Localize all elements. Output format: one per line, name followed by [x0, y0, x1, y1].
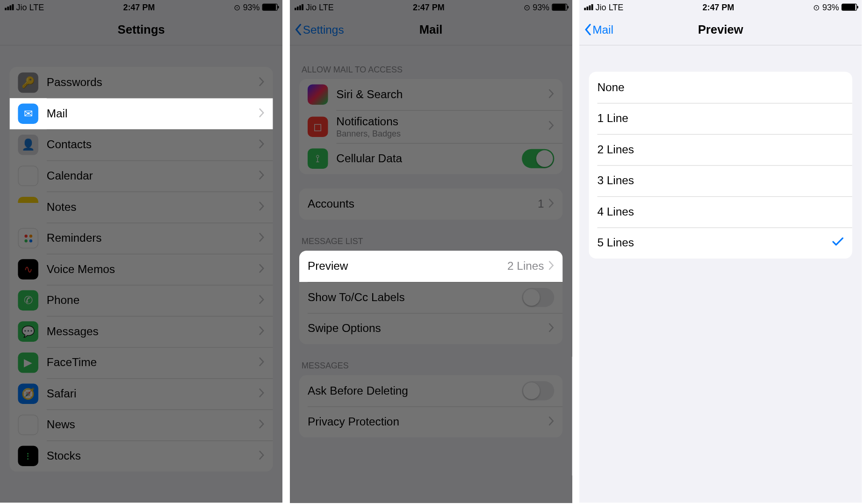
- ask-delete-toggle[interactable]: [522, 381, 554, 400]
- carrier-label: Jio: [16, 2, 27, 12]
- row-label: Notes: [47, 201, 259, 214]
- status-time: 2:47 PM: [123, 2, 155, 12]
- settings-row-voice-memos[interactable]: ∿ Voice Memos: [9, 254, 273, 285]
- network-label: LTE: [319, 2, 334, 12]
- nav-bar: Settings: [0, 14, 282, 46]
- chevron-right-icon: [259, 419, 265, 431]
- tocc-toggle[interactable]: [522, 288, 554, 307]
- back-label: Settings: [303, 23, 344, 36]
- preview-option-4-lines[interactable]: 4 Lines: [589, 196, 852, 228]
- row-label: Cellular Data: [336, 152, 522, 165]
- row-label: Voice Memos: [47, 263, 259, 276]
- facetime-icon: ▶: [18, 353, 38, 373]
- row-label: Mail: [47, 107, 259, 120]
- row-label: Stocks: [47, 449, 259, 462]
- battery-pct: 93%: [822, 2, 839, 12]
- nav-bar: Mail Preview: [579, 14, 862, 46]
- option-label: 3 Lines: [597, 174, 843, 187]
- chevron-right-icon: [259, 295, 265, 306]
- option-label: None: [597, 81, 843, 94]
- news-icon: N: [18, 415, 38, 435]
- signal-icon: [584, 4, 593, 10]
- status-time: 2:47 PM: [413, 2, 445, 12]
- alarm-icon: ⊙: [813, 3, 820, 12]
- mail-row-cellular[interactable]: ⟟ Cellular Data: [299, 143, 562, 174]
- settings-row-contacts[interactable]: 👤 Contacts: [9, 129, 273, 160]
- signal-icon: [5, 4, 14, 10]
- notifications-icon: ◻: [308, 116, 328, 137]
- chevron-right-icon: [259, 170, 265, 181]
- preview-option-none[interactable]: None: [589, 72, 852, 103]
- settings-row-reminders[interactable]: Reminders: [9, 223, 273, 254]
- row-label: Notifications: [336, 115, 548, 128]
- page-title: Mail: [419, 23, 443, 36]
- chevron-right-icon: [259, 264, 265, 275]
- network-label: LTE: [29, 2, 44, 12]
- back-button[interactable]: Settings: [295, 23, 344, 36]
- settings-row-stocks[interactable]: ⫶ Stocks: [9, 440, 273, 472]
- chevron-right-icon: [549, 198, 555, 209]
- row-label: Passwords: [47, 76, 259, 89]
- accounts-count: 1: [538, 197, 544, 210]
- row-label: Calendar: [47, 169, 259, 182]
- row-label: Reminders: [47, 231, 259, 245]
- settings-row-phone[interactable]: ✆ Phone: [9, 285, 273, 316]
- preview-option-3-lines[interactable]: 3 Lines: [589, 165, 852, 196]
- row-label: Preview: [308, 260, 507, 273]
- preview-option-1-line[interactable]: 1 Line: [589, 103, 852, 134]
- mail-row-notifications[interactable]: ◻ Notifications Banners, Badges: [299, 110, 562, 143]
- mail-row-siri[interactable]: Siri & Search: [299, 79, 562, 110]
- alarm-icon: ⊙: [234, 3, 240, 12]
- row-label: News: [47, 418, 259, 432]
- section-header-allow: ALLOW MAIL TO ACCESS: [290, 48, 572, 79]
- mail-row-preview[interactable]: Preview 2 Lines: [299, 251, 562, 282]
- settings-row-passwords[interactable]: 🔑 Passwords: [9, 67, 273, 98]
- stocks-icon: ⫶: [18, 446, 38, 467]
- carrier-label: Jio: [306, 2, 317, 12]
- option-label: 1 Line: [597, 112, 843, 125]
- cellular-toggle[interactable]: [522, 149, 554, 168]
- mail-row-ask-delete[interactable]: Ask Before Deleting: [299, 375, 562, 407]
- chevron-left-icon: [584, 24, 591, 36]
- mail-row-show-tocc[interactable]: Show To/Cc Labels: [299, 282, 562, 313]
- settings-row-notes[interactable]: Notes: [9, 192, 273, 223]
- settings-row-safari[interactable]: 🧭 Safari: [9, 378, 273, 410]
- chevron-right-icon: [259, 326, 265, 337]
- option-label: 2 Lines: [597, 143, 843, 156]
- mail-row-privacy[interactable]: Privacy Protection: [299, 406, 562, 438]
- settings-row-mail[interactable]: ✉︎ Mail: [9, 98, 273, 130]
- mail-row-swipe-options[interactable]: Swipe Options: [299, 313, 562, 344]
- status-bar: Jio LTE 2:47 PM ⊙ 93%: [0, 0, 282, 14]
- row-label: Ask Before Deleting: [308, 384, 522, 397]
- preview-value: 2 Lines: [507, 260, 544, 273]
- settings-row-facetime[interactable]: ▶ FaceTime: [9, 347, 273, 378]
- chevron-right-icon: [259, 139, 265, 151]
- settings-row-calendar[interactable]: ▬⋯ Calendar: [9, 160, 273, 192]
- row-label: Swipe Options: [308, 322, 549, 335]
- settings-row-news[interactable]: N News: [9, 410, 273, 441]
- preview-option-5-lines[interactable]: 5 Lines: [589, 227, 852, 259]
- calendar-icon: ▬⋯: [18, 166, 38, 187]
- row-label: Accounts: [308, 197, 538, 210]
- settings-row-messages[interactable]: 💬 Messages: [9, 316, 273, 347]
- signal-icon: [295, 4, 303, 10]
- row-label: Privacy Protection: [308, 415, 549, 428]
- preview-option-2-lines[interactable]: 2 Lines: [589, 134, 852, 166]
- row-label: Contacts: [47, 138, 259, 151]
- page-title: Preview: [698, 23, 743, 36]
- chevron-right-icon: [259, 108, 265, 119]
- chevron-right-icon: [549, 121, 555, 132]
- alarm-icon: ⊙: [524, 3, 530, 12]
- row-label: Siri & Search: [336, 88, 548, 101]
- status-time: 2:47 PM: [702, 2, 734, 12]
- battery-pct: 93%: [243, 2, 260, 12]
- battery-icon: [552, 4, 567, 11]
- battery-icon: [842, 4, 857, 11]
- mail-row-accounts[interactable]: Accounts 1: [299, 188, 562, 220]
- battery-pct: 93%: [533, 2, 549, 12]
- chevron-right-icon: [259, 77, 265, 88]
- mail-icon: ✉︎: [18, 103, 38, 124]
- chevron-right-icon: [259, 202, 265, 213]
- option-label: 5 Lines: [597, 237, 832, 250]
- back-button[interactable]: Mail: [584, 23, 613, 36]
